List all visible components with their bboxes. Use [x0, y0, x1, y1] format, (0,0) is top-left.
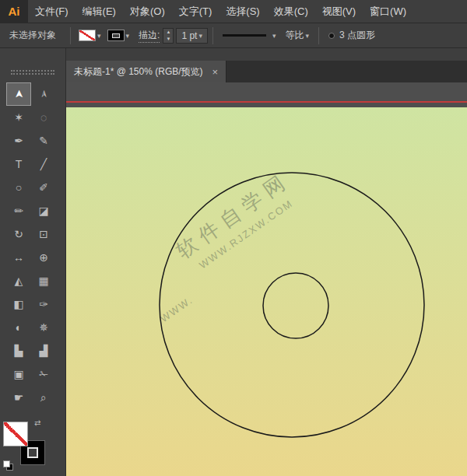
width-tool[interactable]: ↔ [6, 246, 31, 269]
stroke-weight-select[interactable]: 1 pt ▾ [176, 28, 208, 44]
graph-tool[interactable]: ▟ [31, 339, 56, 362]
slice-tool[interactable]: ✁ [31, 362, 56, 386]
chevron-down-icon[interactable]: ▾ [272, 32, 276, 40]
pencil-tool[interactable]: ✏ [6, 199, 31, 222]
zoom-tool[interactable]: ⌕ [31, 386, 56, 409]
shape-builder-tool[interactable]: ⊕ [31, 246, 56, 269]
canvas-area[interactable]: 软件自学网 WWW.RJZXW.COM WWW. [66, 82, 467, 476]
symbol-sprayer-icon: ✵ [39, 322, 48, 333]
stepper-down-icon[interactable]: ▼ [163, 36, 173, 43]
eyedropper-icon: ✑ [39, 299, 48, 310]
direct-selection-icon: ➢ [38, 89, 49, 99]
magic-wand-tool[interactable]: ✶ [6, 106, 31, 129]
rotate-icon: ↻ [14, 229, 23, 240]
outer-circle[interactable] [160, 173, 424, 437]
swap-fill-stroke-icon[interactable]: ⇄ [34, 418, 40, 427]
magic-wand-icon: ✶ [14, 112, 23, 123]
zoom-icon: ⌕ [40, 392, 47, 403]
paintbrush-icon: ✐ [39, 182, 48, 193]
menu-item[interactable]: 效果(C) [267, 0, 315, 23]
close-icon[interactable]: × [212, 66, 219, 78]
line-segment-tool[interactable]: ╱ [31, 152, 56, 176]
chevron-down-icon[interactable]: ▾ [305, 32, 309, 40]
chevron-down-icon[interactable]: ▾ [97, 32, 101, 40]
inner-circle[interactable] [263, 273, 328, 338]
menu-item[interactable]: 视图(V) [315, 0, 363, 23]
menu-item[interactable]: 对象(O) [123, 0, 172, 23]
mesh-tool[interactable]: ▦ [31, 269, 56, 292]
symbol-sprayer-tool[interactable]: ✵ [31, 316, 56, 339]
blend-tool[interactable]: ◐ [6, 316, 31, 339]
fill-color-dropdown[interactable]: ▾ [79, 30, 101, 41]
stroke-weight-stepper[interactable]: ▲ ▼ [163, 28, 174, 44]
type-icon: T [16, 159, 23, 170]
eraser-tool[interactable]: ◪ [31, 199, 56, 222]
line-segment-icon: ╱ [40, 159, 47, 170]
eyedropper-tool[interactable]: ✑ [31, 292, 56, 316]
menu-bar: Ai 文件(F)编辑(E)对象(O)文字(T)选择(S)效果(C)视图(V)窗口… [0, 0, 467, 23]
brush-definition-select[interactable]: 3 点圆形 [324, 28, 380, 44]
app-logo: Ai [0, 0, 28, 23]
width-icon: ↔ [13, 252, 24, 263]
fill-swatch[interactable] [3, 422, 28, 446]
column-graph-icon: ▙ [15, 345, 23, 356]
artboard-icon: ▣ [13, 369, 23, 380]
stroke-panel-link[interactable]: 描边: [139, 29, 160, 43]
gradient-tool[interactable]: ◧ [6, 292, 31, 316]
default-fill-stroke-icon[interactable] [3, 460, 14, 471]
curvature-icon: ✎ [39, 135, 48, 146]
menu-items: 文件(F)编辑(E)对象(O)文字(T)选择(S)效果(C)视图(V)窗口(W) [28, 0, 413, 23]
free-transform-tool[interactable]: ⊡ [31, 222, 56, 246]
hand-tool[interactable]: ☛ [6, 386, 31, 409]
panel-grip-handle[interactable] [11, 70, 54, 75]
profile-uniform-select[interactable]: 等比 ▾ [280, 28, 314, 44]
menu-item[interactable]: 选择(S) [219, 0, 266, 23]
stroke-color-swatch-icon[interactable] [107, 30, 125, 41]
control-bar: 未选择对象 ▾ ▾ 描边: ▲ ▼ 1 pt ▾ ▾ 等比 ▾ [0, 23, 467, 48]
round-brush-icon [328, 33, 335, 39]
ellipse-icon: ○ [16, 182, 22, 193]
stroke-profile-preview-icon [223, 34, 266, 37]
stroke-color-dropdown[interactable]: ▾ [107, 30, 130, 41]
selection-status: 未选择对象 [0, 29, 65, 42]
pen-icon: ✒ [14, 135, 23, 146]
curvature-tool[interactable]: ✎ [31, 129, 56, 152]
selection-tool[interactable]: ➤ [6, 82, 31, 106]
separator [70, 27, 71, 44]
ellipse-tool[interactable]: ○ [6, 176, 31, 199]
document-tab[interactable]: 未标题-1* @ 150% (RGB/预览) × [66, 61, 226, 82]
pen-tool[interactable]: ✒ [6, 129, 31, 152]
graph-icon: ▟ [40, 345, 48, 356]
gradient-icon: ◧ [13, 299, 23, 310]
lasso-icon: ◌ [40, 112, 47, 123]
artboard-tool[interactable]: ▣ [6, 362, 31, 386]
tools-grid: ➤➢✶◌✒✎T╱○✐✏◪↻⊡↔⊕◭▦◧✑◐✵▙▟▣✁☛⌕ [6, 82, 65, 409]
separator [318, 27, 319, 44]
column-graph-tool[interactable]: ▙ [6, 339, 31, 362]
menu-item[interactable]: 编辑(E) [75, 0, 123, 23]
blend-icon: ◐ [16, 322, 22, 333]
type-tool[interactable]: T [6, 152, 31, 176]
mesh-icon: ▦ [38, 275, 48, 286]
stepper-up-icon[interactable]: ▲ [163, 29, 173, 36]
pencil-icon: ✏ [14, 205, 23, 216]
direct-selection-tool[interactable]: ➢ [31, 82, 56, 106]
perspective-grid-tool[interactable]: ◭ [6, 269, 31, 292]
stroke-weight-value: 1 pt [181, 30, 197, 41]
hand-icon: ☛ [14, 392, 24, 403]
chevron-down-icon[interactable]: ▾ [126, 32, 130, 40]
fill-stroke-indicator: ⇄ [3, 418, 53, 471]
menu-item[interactable]: 窗口(W) [363, 0, 413, 23]
menu-item[interactable]: 文字(T) [172, 0, 219, 23]
paintbrush-tool[interactable]: ✐ [31, 176, 56, 199]
variable-width-profile-select[interactable]: ▾ [218, 28, 281, 44]
menu-item[interactable]: 文件(F) [28, 0, 75, 23]
shape-builder-icon: ⊕ [39, 252, 48, 263]
lasso-tool[interactable]: ◌ [31, 106, 56, 129]
chevron-down-icon[interactable]: ▾ [198, 32, 202, 40]
separator [212, 27, 213, 44]
eraser-icon: ◪ [38, 205, 48, 216]
rotate-tool[interactable]: ↻ [6, 222, 31, 246]
slice-icon: ✁ [39, 369, 48, 380]
fill-none-swatch-icon[interactable] [79, 30, 96, 41]
